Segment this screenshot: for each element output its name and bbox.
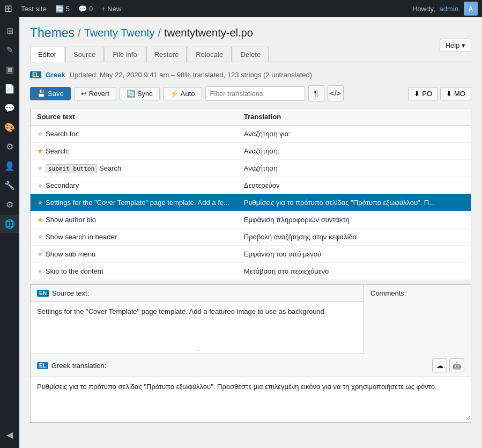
tab-source[interactable]: Source: [65, 47, 103, 62]
plugins-icon[interactable]: ⚙: [0, 137, 19, 156]
adminbar-new[interactable]: + New: [97, 0, 125, 17]
paragraph-icon[interactable]: ¶: [308, 85, 324, 101]
tab-fileinfo[interactable]: File info: [105, 47, 145, 62]
code-icon[interactable]: </>: [328, 85, 344, 101]
source-text: Show author bio: [46, 216, 96, 224]
adminbar-site[interactable]: Test site: [17, 0, 51, 17]
star-icon[interactable]: ★: [37, 199, 43, 207]
upload-icon[interactable]: ☁: [432, 358, 447, 372]
posts-icon[interactable]: ✎: [0, 41, 19, 59]
source-content: Settings for the "Cover Template" page t…: [31, 302, 364, 345]
star-icon[interactable]: ★: [37, 250, 43, 258]
star-icon[interactable]: ★: [37, 181, 43, 189]
breadcrumb-file: twentytwenty-el.po: [164, 27, 253, 39]
translation-cell: Εμφάνιση του υπό μενού: [238, 246, 471, 263]
scroll-indicator: —: [31, 345, 364, 354]
admin-name[interactable]: admin: [440, 5, 458, 13]
star-icon[interactable]: ★: [37, 267, 43, 275]
sync-button[interactable]: 🔄 Sync: [120, 87, 160, 100]
context-badge: submit button: [46, 164, 97, 173]
source-cell: ★Search for:: [31, 126, 238, 143]
translation-status: EL Greek Updated: May 22, 2020 9:41 am –…: [30, 71, 471, 79]
translation-cell: Εμφάνιση πληροφοριών συντάκτη: [238, 211, 471, 229]
translation-textarea[interactable]: [31, 377, 471, 420]
howdy-text: Howdy,: [412, 5, 435, 13]
source-cell: ★Settings for the "Cover Template" page …: [31, 194, 238, 211]
star-icon[interactable]: ★: [37, 233, 43, 241]
table-row[interactable]: ★Search for:Αναζήτηση για:: [31, 126, 471, 143]
new-label: + New: [101, 5, 121, 13]
adminbar-comments[interactable]: 💬 0: [74, 0, 97, 17]
download-mo-button[interactable]: ⬇ MO: [440, 87, 471, 100]
star-icon[interactable]: ★: [37, 216, 43, 224]
translation-cell: Προβολή αναζήτησης στην κεφαλίδα: [238, 229, 471, 246]
tab-relocate[interactable]: Relocate: [188, 47, 231, 62]
table-row[interactable]: ★submit buttonSearchΑναζήτηση: [31, 160, 471, 177]
table-row[interactable]: ★Search:Αναζήτηση:: [31, 143, 471, 160]
adminbar-updates[interactable]: 🔄 5: [51, 0, 74, 17]
star-icon[interactable]: ★: [37, 147, 43, 155]
comments-icon[interactable]: 💬: [0, 99, 19, 117]
save-icon: 💾: [37, 90, 46, 98]
tab-restore[interactable]: Restore: [146, 47, 187, 62]
collapse-sidebar-icon[interactable]: ◀: [0, 425, 19, 444]
translation-label: Greek translation:: [51, 362, 107, 370]
table-row[interactable]: ★Show search in headerΠροβολή αναζήτησης…: [31, 229, 471, 246]
comments-count: 0: [89, 5, 93, 13]
appearance-icon[interactable]: 🎨: [0, 118, 19, 136]
robot-icon[interactable]: 🤖: [449, 358, 464, 372]
source-text: Show search in header: [46, 233, 117, 241]
adminbar-right: Howdy, admin A: [412, 2, 478, 16]
auto-button[interactable]: ⚡ Auto: [163, 87, 202, 100]
media-icon[interactable]: ▣: [0, 60, 19, 78]
breadcrumb-twenty-twenty[interactable]: Twenty Twenty: [84, 27, 155, 39]
table-row[interactable]: ★Show sub menuΕμφάνιση του υπό μενού: [31, 246, 471, 263]
tools-icon[interactable]: 🔧: [0, 176, 19, 194]
breadcrumb-sep-2: /: [158, 27, 161, 39]
star-icon[interactable]: ★: [37, 164, 43, 172]
source-editor-main: EN Source text: Settings for the "Cover …: [31, 285, 364, 354]
save-button[interactable]: 💾 Save: [30, 87, 71, 100]
translation-table: Source text Translation ★Search for:Αναζ…: [30, 108, 471, 280]
comments-icon: 💬: [78, 5, 87, 13]
editor-area: EN Source text: Settings for the "Cover …: [30, 284, 471, 423]
avatar[interactable]: A: [464, 2, 478, 16]
table-row[interactable]: ★Skip to the contentΜετάβαση στο περιεχό…: [31, 263, 471, 280]
translation-lang-badge: EL: [37, 362, 48, 369]
translation-section: EL Greek translation: ☁ 🤖: [31, 354, 471, 422]
revert-button[interactable]: ↩ Revert: [74, 87, 116, 100]
translation-cell: Αναζήτηση για:: [238, 126, 471, 143]
download-mo-icon: ⬇: [446, 90, 452, 98]
download-po-button[interactable]: ⬇ PO: [408, 87, 438, 100]
translation-cell: Αναζήτηση:: [238, 143, 471, 160]
filter-input[interactable]: [205, 86, 305, 101]
users-icon[interactable]: 👤: [0, 157, 19, 175]
admin-sidebar: ⊞ ✎ ▣ 📄 💬 🎨 ⚙ 👤 🔧 ⚙ 🌐 ◀: [0, 17, 19, 448]
translation-cell: Μετάβαση στο περιεχόμενο: [238, 263, 471, 280]
star-icon[interactable]: ★: [37, 130, 43, 138]
table-row[interactable]: ★Show author bioΕμφάνιση πληροφοριών συν…: [31, 211, 471, 229]
dashboard-icon[interactable]: ⊞: [0, 21, 19, 40]
updates-count: 5: [66, 5, 70, 13]
source-section: EN Source text: Settings for the "Cover …: [31, 285, 364, 354]
settings-icon[interactable]: ⚙: [0, 195, 19, 214]
breadcrumb-themes[interactable]: Themes: [30, 26, 75, 40]
source-text: Search:: [46, 147, 70, 155]
source-cell: ★Skip to the content: [31, 263, 238, 280]
translation-header: EL Greek translation: ☁ 🤖: [31, 354, 471, 377]
updates-icon: 🔄: [55, 5, 64, 13]
tab-editor[interactable]: Editor: [30, 47, 64, 62]
admin-bar: ⊞ Test site 🔄 5 💬 0 + New Howdy, admin A: [0, 0, 482, 17]
revert-icon: ↩: [81, 90, 87, 98]
table-row[interactable]: ★Settings for the "Cover Template" page …: [31, 194, 471, 211]
wp-logo[interactable]: ⊞: [4, 3, 12, 14]
tab-delete[interactable]: Delete: [233, 47, 269, 62]
pages-icon[interactable]: 📄: [0, 79, 19, 98]
site-name: Test site: [21, 5, 47, 13]
source-text: Secondary: [46, 181, 79, 189]
table-row[interactable]: ★SecondaryΔευτερεύον: [31, 177, 471, 194]
translation-cell: Αναζήτηση: [238, 160, 471, 177]
loco-icon[interactable]: 🌐: [0, 215, 19, 233]
auto-icon: ⚡: [170, 90, 179, 98]
help-button[interactable]: Help ▾: [440, 39, 471, 52]
